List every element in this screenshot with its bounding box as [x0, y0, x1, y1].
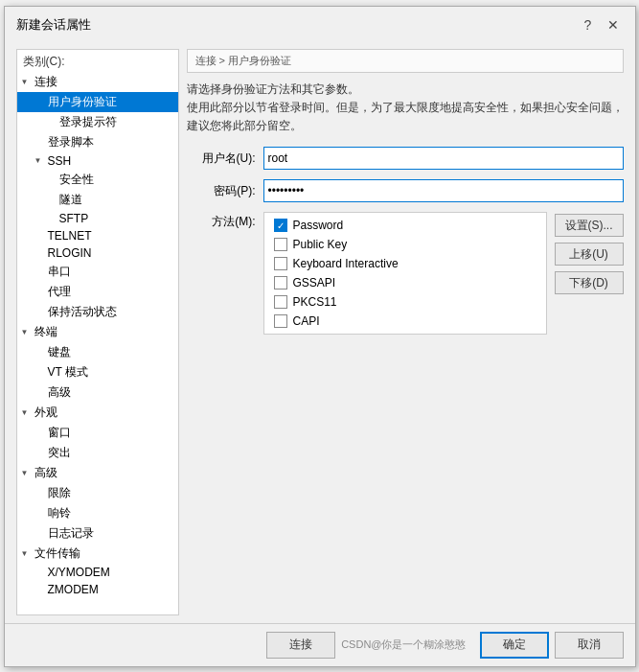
method-label: 方法(M):	[187, 212, 256, 230]
password-label: 密码(P):	[187, 183, 256, 199]
title-bar-buttons: ? ✕	[578, 14, 624, 35]
sidebar-item-window[interactable]: 窗口	[17, 423, 178, 443]
sidebar-item-security[interactable]: 安全性	[17, 170, 178, 190]
watermark: CSDN@你是一个糊涂憨憨	[341, 637, 466, 652]
sidebar-item-label: 保持活动状态	[48, 304, 174, 320]
move-down-button[interactable]: 下移(D)	[555, 271, 624, 294]
sidebar-item-label: X/YMODEM	[48, 566, 174, 579]
ok-button[interactable]: 确定	[480, 632, 549, 659]
sidebar-item-sftp[interactable]: SFTP	[17, 210, 178, 227]
tree-expand-icon: ▼	[21, 78, 34, 86]
help-button[interactable]: ?	[578, 14, 599, 35]
breadcrumb: 连接 > 用户身份验证	[187, 49, 624, 73]
settings-button[interactable]: 设置(S)...	[555, 214, 624, 237]
sidebar-item-label: 文件传输	[34, 545, 174, 562]
sidebar-item-appearance[interactable]: ▼外观	[17, 403, 178, 423]
sidebar-item-label: 外观	[34, 405, 174, 421]
checkbox-password[interactable]: ✓	[274, 219, 287, 232]
checkbox-pkcs11[interactable]	[274, 295, 287, 309]
sidebar-item-ssh[interactable]: ▼SSH	[17, 152, 178, 170]
username-row: 用户名(U):	[187, 147, 624, 170]
sidebar-item-label: 窗口	[48, 425, 174, 441]
sidebar-item-label: SFTP	[59, 212, 174, 225]
sidebar-item-filetransfer[interactable]: ▼文件传输	[17, 544, 178, 564]
checkbox-capi[interactable]	[274, 314, 287, 328]
sidebar-item-label: 登录脚本	[48, 134, 174, 151]
checkbox-gssapi[interactable]	[274, 276, 287, 290]
sidebar-item-label: 代理	[48, 284, 174, 300]
checkbox-publickey[interactable]	[274, 238, 287, 251]
method-item-password[interactable]: ✓Password	[274, 219, 536, 232]
sidebar-item-terminal[interactable]: ▼终端	[17, 322, 178, 342]
username-label: 用户名(U):	[187, 151, 256, 167]
sidebar-item-highlight[interactable]: 突出	[17, 443, 178, 463]
move-up-button[interactable]: 上移(U)	[555, 243, 624, 266]
sidebar-item-advanced[interactable]: 高级	[17, 382, 178, 403]
title-bar: 新建会话属性 ? ✕	[5, 7, 635, 41]
sidebar-item-login-hint[interactable]: 登录提示符	[17, 112, 178, 132]
tree-expand-icon: ▼	[21, 469, 34, 477]
right-panel: 连接 > 用户身份验证 请选择身份验证方法和其它参数。 使用此部分以节省登录时间…	[187, 49, 624, 615]
sidebar-item-label: 串口	[48, 264, 174, 280]
sidebar-item-label: VT 模式	[48, 364, 174, 381]
method-label-publickey: Public Key	[293, 238, 348, 251]
method-item-capi[interactable]: CAPI	[274, 314, 536, 328]
method-label-password: Password	[293, 219, 344, 232]
close-button[interactable]: ✕	[603, 14, 624, 35]
sidebar-item-label: 限除	[48, 485, 174, 501]
sidebar-item-label: 响铃	[48, 505, 174, 521]
sidebar-item-advanced2[interactable]: ▼高级	[17, 463, 178, 483]
connect-button[interactable]: 连接	[266, 632, 335, 659]
sidebar-item-tunnel[interactable]: 隧道	[17, 190, 178, 210]
sidebar-item-label: 安全性	[59, 172, 174, 188]
sidebar-item-label: SSH	[48, 154, 174, 168]
sidebar-item-keyboard[interactable]: 键盘	[17, 342, 178, 362]
sidebar-item-label: ZMODEM	[48, 583, 174, 596]
method-item-publickey[interactable]: Public Key	[274, 238, 536, 251]
dialog-title: 新建会话属性	[16, 16, 91, 34]
dialog-body: 类别(C): ▼连接用户身份验证登录提示符登录脚本▼SSH安全性隧道SFTPTE…	[5, 41, 635, 623]
method-list: ✓PasswordPublic KeyKeyboard InteractiveG…	[263, 212, 547, 335]
method-item-gssapi[interactable]: GSSAPI	[274, 276, 536, 290]
method-action-buttons: 设置(S)... 上移(U) 下移(D)	[555, 212, 624, 335]
sidebar-item-label: 连接	[34, 74, 174, 90]
sidebar-item-label: 隧道	[59, 192, 174, 208]
sidebar-item-bell[interactable]: 响铃	[17, 503, 178, 523]
dialog-window: 新建会话属性 ? ✕ 类别(C): ▼连接用户身份验证登录提示符登录脚本▼SSH…	[4, 6, 636, 667]
sidebar-item-limit[interactable]: 限除	[17, 483, 178, 503]
tree-expand-icon: ▼	[21, 549, 34, 558]
sidebar-item-xymodem[interactable]: X/YMODEM	[17, 564, 178, 581]
tree-expand-icon: ▼	[21, 328, 34, 336]
sidebar-item-telnet[interactable]: TELNET	[17, 227, 178, 244]
sidebar-item-rlogin[interactable]: RLOGIN	[17, 244, 178, 262]
sidebar-item-login-script[interactable]: 登录脚本	[17, 132, 178, 152]
method-item-pkcs11[interactable]: PKCS11	[274, 295, 536, 309]
sidebar-item-proxy[interactable]: 代理	[17, 282, 178, 302]
method-label-pkcs11: PKCS11	[293, 295, 337, 309]
sidebar-item-vt[interactable]: VT 模式	[17, 362, 178, 382]
method-content: ✓PasswordPublic KeyKeyboard InteractiveG…	[263, 212, 624, 335]
sidebar-item-serial[interactable]: 串口	[17, 262, 178, 282]
checkbox-keyboard[interactable]	[274, 257, 287, 270]
password-row: 密码(P):	[187, 179, 624, 202]
description-text: 请选择身份验证方法和其它参数。 使用此部分以节省登录时间。但是，为了最大限度地提…	[187, 81, 624, 136]
sidebar-item-label: 终端	[34, 324, 174, 340]
sidebar-item-zmodem[interactable]: ZMODEM	[17, 581, 178, 598]
sidebar-item-label: 登录提示符	[59, 114, 174, 130]
username-input[interactable]	[263, 147, 624, 170]
category-label: 类别(C):	[17, 50, 178, 72]
sidebar-item-log[interactable]: 日志记录	[17, 523, 178, 544]
method-label-capi: CAPI	[293, 314, 320, 328]
sidebar-item-conn[interactable]: ▼连接	[17, 72, 178, 92]
sidebar-item-auth[interactable]: 用户身份验证	[17, 92, 178, 112]
password-input[interactable]	[263, 179, 624, 202]
sidebar-item-label: RLOGIN	[48, 246, 174, 260]
category-tree: 类别(C): ▼连接用户身份验证登录提示符登录脚本▼SSH安全性隧道SFTPTE…	[16, 49, 179, 615]
sidebar-item-label: 日志记录	[48, 525, 174, 542]
cancel-button[interactable]: 取消	[555, 632, 624, 659]
method-row: 方法(M): ✓PasswordPublic KeyKeyboard Inter…	[187, 212, 624, 335]
method-label-gssapi: GSSAPI	[293, 276, 336, 290]
sidebar-item-label: TELNET	[48, 229, 174, 243]
sidebar-item-keepalive[interactable]: 保持活动状态	[17, 302, 178, 322]
method-item-keyboard[interactable]: Keyboard Interactive	[274, 257, 536, 270]
